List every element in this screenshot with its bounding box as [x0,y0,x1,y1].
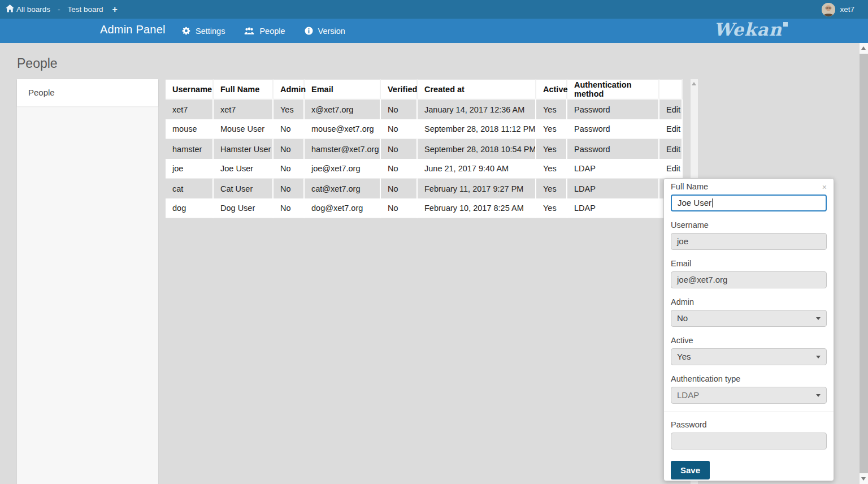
table-cell-edit: Edit [659,159,683,179]
table-row: dogDog UserNodog@xet7.orgNoFebruary 10, … [166,198,683,218]
active-select[interactable]: Yes [671,348,827,365]
table-cell: Yes [536,139,567,159]
nav-version-label: Version [318,27,345,36]
email-label: Email [671,259,827,268]
text-caret [712,198,713,208]
nav-item-version[interactable]: Version [305,27,345,36]
table-cell: Hamster User [214,139,274,159]
add-board-button[interactable]: + [112,5,118,14]
table-cell: No [274,198,305,218]
home-icon[interactable] [6,5,14,14]
table-cell: x@xet7.org [305,100,381,119]
table-cell: dog@xet7.org [305,198,381,218]
topbar-username[interactable]: xet7 [840,5,854,14]
table-cell: No [381,100,418,119]
table-cell: LDAP [567,179,659,198]
table-cell: Password [567,119,659,139]
scroll-up-icon[interactable] [861,46,866,50]
edit-link[interactable]: Edit [666,164,680,173]
table-cell: mouse@xet7.org [305,119,381,139]
save-button[interactable]: Save [671,461,710,479]
chevron-down-icon [816,356,821,358]
table-cell: Yes [536,119,567,139]
col-header-auth-method: Authentication method [567,79,659,100]
logo-dot-icon [783,22,788,27]
admin-nav: Settings People Versio [182,19,364,43]
nav-item-people[interactable]: People [244,27,285,36]
email-input[interactable]: joe@xet7.org [671,271,827,288]
admin-sidebar: People [17,79,158,484]
popup-divider [664,412,834,412]
table-cell: No [381,159,418,179]
table-cell: Password [567,100,659,119]
sidebar-item-people[interactable]: People [17,79,158,106]
table-cell: No [381,139,418,159]
table-cell: September 28, 2018 10:54 PM [418,139,536,159]
gear-icon [182,27,190,35]
people-icon [244,27,254,35]
table-row: joeJoe UserNojoe@xet7.orgNoJune 21, 2017… [166,159,683,179]
col-header-edit [659,79,683,100]
breadcrumb-board-name[interactable]: Test board [68,5,103,14]
table-cell: June 21, 2017 9:40 AM [418,159,536,179]
scroll-down-icon[interactable] [861,477,866,481]
table-cell: January 14, 2017 12:36 AM [418,100,536,119]
col-header-fullname: Full Name [214,79,274,100]
table-cell: Yes [274,100,305,119]
table-cell: LDAP [567,198,659,218]
table-cell: cat@xet7.org [305,179,381,198]
password-input[interactable] [671,433,827,450]
col-header-created-at: Created at [418,79,536,100]
col-header-verified: Verified [381,79,418,100]
admin-panel-title: Admin Panel [100,23,166,36]
table-cell: No [381,198,418,218]
scroll-up-icon[interactable] [692,82,696,85]
people-table: Username Full Name Admin Email Verified … [166,79,683,218]
table-cell: joe@xet7.org [305,159,381,179]
table-cell: Joe User [214,159,274,179]
table-cell: No [274,159,305,179]
page-scrollbar[interactable] [860,43,868,484]
edit-link[interactable]: Edit [666,145,680,154]
edit-user-popup: × Full Name Joe User Username joe Email … [663,178,834,481]
table-cell: No [381,179,418,198]
breadcrumb-separator: - [58,5,60,14]
breadcrumb-all-boards[interactable]: All boards [16,5,50,14]
top-bar: All boards - Test board + xet7 [0,0,868,19]
wekan-logo: Wekan [714,19,788,40]
auth-type-select[interactable]: LDAP [671,387,827,404]
table-header-row: Username Full Name Admin Email Verified … [166,79,683,100]
nav-settings-label: Settings [196,27,225,36]
admin-bar: Admin Panel Settings Peo [0,19,868,43]
table-cell: cat [166,179,214,198]
avatar[interactable] [822,3,835,16]
table-cell: mouse [166,119,214,139]
table-cell: dog [166,198,214,218]
close-icon[interactable]: × [822,183,827,191]
table-cell: February 11, 2017 9:27 PM [418,179,536,198]
table-cell-edit: Edit [659,100,683,119]
full-name-input[interactable]: Joe User [671,195,827,211]
chevron-down-icon [816,317,821,320]
username-input[interactable]: joe [671,233,827,250]
table-cell: LDAP [567,159,659,179]
table-cell: September 28, 2018 11:12 PM [418,119,536,139]
scrollbar-thumb[interactable] [860,54,868,473]
table-cell: Yes [536,159,567,179]
table-cell: hamster [166,139,214,159]
table-cell: No [274,119,305,139]
col-header-email: Email [305,79,381,100]
table-cell: Dog User [214,198,274,218]
edit-link[interactable]: Edit [666,105,680,114]
table-cell: xet7 [166,100,214,119]
auth-type-label: Authentication type [671,374,827,383]
table-cell-edit: Edit [659,119,683,139]
admin-select[interactable]: No [671,310,827,327]
table-row: xet7xet7Yesx@xet7.orgNoJanuary 14, 2017 … [166,100,683,119]
nav-item-settings[interactable]: Settings [182,27,225,36]
table-cell: Yes [536,100,567,119]
edit-link[interactable]: Edit [666,124,680,133]
people-table-body: xet7xet7Yesx@xet7.orgNoJanuary 14, 2017 … [166,100,683,218]
active-label: Active [671,336,827,345]
table-cell: February 10, 2017 8:25 AM [418,198,536,218]
